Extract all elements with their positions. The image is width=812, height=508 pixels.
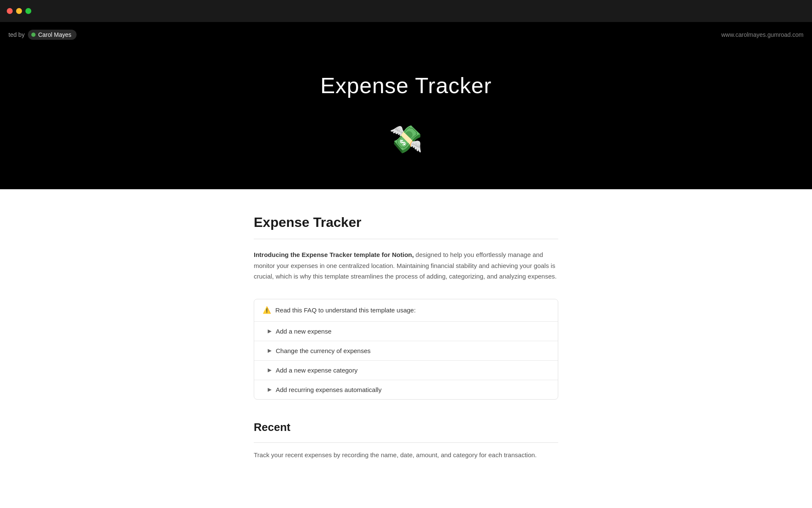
author-name: Carol Mayes <box>38 31 71 38</box>
faq-item-label-4: Add recurring expenses automatically <box>276 386 381 393</box>
minimize-button[interactable] <box>16 8 22 14</box>
expand-icon-4: ▶ <box>268 387 272 392</box>
expand-icon-1: ▶ <box>268 328 272 334</box>
faq-item-2[interactable]: ▶ Change the currency of expenses <box>254 341 558 360</box>
author-status-dot <box>31 33 36 37</box>
expand-icon-3: ▶ <box>268 367 272 373</box>
faq-header-text: Read this FAQ to understand this templat… <box>275 306 416 314</box>
website-url: www.carolmayes.gumroad.com <box>721 31 804 38</box>
hero-section: Expense Tracker 💸 <box>0 47 812 189</box>
faq-item-label-1: Add a new expense <box>276 328 332 335</box>
content-area: Expense Tracker Introducing the Expense … <box>0 189 812 508</box>
top-bar: ted by Carol Mayes www.carolmayes.gumroa… <box>0 22 812 47</box>
recent-divider <box>254 442 558 443</box>
created-by-text: ted by <box>8 31 25 38</box>
content-inner: Expense Tracker Introducing the Expense … <box>254 215 558 502</box>
faq-item-1[interactable]: ▶ Add a new expense <box>254 321 558 341</box>
window-chrome <box>0 0 812 22</box>
faq-header: ⚠️ Read this FAQ to understand this temp… <box>254 299 558 321</box>
maximize-button[interactable] <box>25 8 31 14</box>
faq-item-label-2: Change the currency of expenses <box>276 347 370 354</box>
traffic-lights <box>7 8 31 14</box>
warning-icon: ⚠️ <box>263 306 271 315</box>
faq-item-label-3: Add a new expense category <box>276 367 357 374</box>
top-bar-left: ted by Carol Mayes <box>8 30 77 40</box>
hero-title: Expense Tracker <box>320 73 491 98</box>
faq-item-3[interactable]: ▶ Add a new expense category <box>254 360 558 380</box>
close-button[interactable] <box>7 8 13 14</box>
intro-bold: Introducing the Expense Tracker template… <box>254 251 414 258</box>
page-title: Expense Tracker <box>254 215 558 230</box>
expand-icon-2: ▶ <box>268 348 272 353</box>
faq-box: ⚠️ Read this FAQ to understand this temp… <box>254 299 558 400</box>
recent-description: Track your recent expenses by recording … <box>254 450 558 461</box>
intro-paragraph: Introducing the Expense Tracker template… <box>254 249 558 282</box>
title-divider <box>254 239 558 239</box>
faq-item-4[interactable]: ▶ Add recurring expenses automatically <box>254 380 558 399</box>
recent-heading: Recent <box>254 421 558 434</box>
hero-emoji: 💸 <box>389 124 423 155</box>
author-badge[interactable]: Carol Mayes <box>28 30 77 40</box>
